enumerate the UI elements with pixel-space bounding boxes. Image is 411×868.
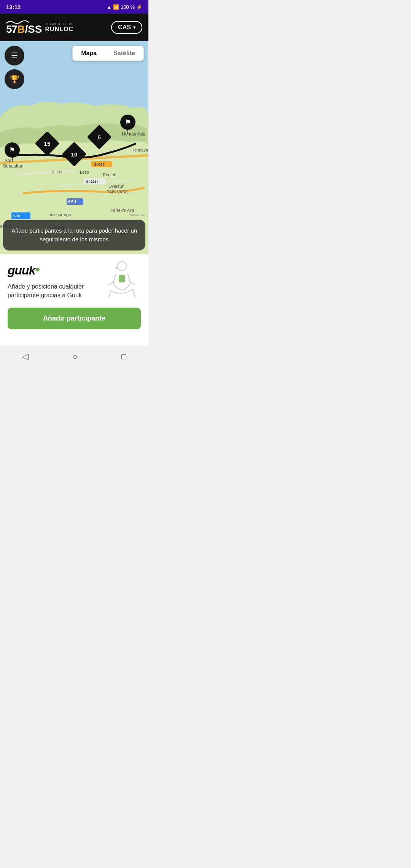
trophy-icon: 🏆	[10, 75, 19, 84]
recent-apps-button[interactable]: □	[115, 350, 132, 363]
add-participant-button[interactable]: Añadir participante	[8, 308, 141, 329]
bottom-nav: ◁ ○ □	[0, 346, 148, 367]
svg-text:Rentei...: Rentei...	[103, 172, 118, 177]
waypoint-10-marker: 10	[62, 142, 86, 166]
waypoint-10: 10	[65, 145, 83, 163]
chevron-down-icon: ▾	[133, 25, 135, 30]
guuk-logo: guuk	[8, 263, 103, 278]
svg-text:Sebastian: Sebastian	[3, 163, 23, 169]
svg-text:✦: ✦	[114, 265, 119, 271]
guuk-description: Añade y posiciona cualquier participante…	[8, 282, 103, 300]
wifi-icon: ▲	[107, 4, 112, 10]
panel-text: guuk Añade y posiciona cualquier partici…	[8, 263, 103, 307]
trophy-button[interactable]: 🏆	[5, 69, 24, 89]
battery-icon: ⚡	[136, 4, 142, 10]
svg-text:GI-636: GI-636	[94, 163, 105, 166]
waypoint-flag-end: ⚑	[120, 115, 135, 134]
waypoint-5-marker: 5	[87, 124, 112, 149]
flag-start-icon: ⚑	[5, 142, 20, 158]
brand-logo: 57 B /SS	[6, 19, 42, 35]
status-icons: ▲ 📶 100 % ⚡	[107, 4, 142, 10]
home-button[interactable]: ○	[66, 350, 83, 363]
guuk-dot	[36, 268, 40, 271]
waypoint-5: 5	[91, 128, 108, 146]
svg-text:NAVARRA: NAVARRA	[129, 213, 145, 217]
svg-text:Astigarraga: Astigarraga	[49, 212, 71, 217]
panel-illustration: ✦	[103, 260, 141, 308]
bottom-panel: guuk Añade y posiciona cualquier partici…	[0, 254, 148, 346]
waypoint-flag-start: ⚑	[5, 142, 20, 161]
powered-by-label: Powered by RUNLOC	[45, 22, 73, 33]
menu-icon: ☰	[11, 51, 18, 60]
svg-text:Hendaya: Hendaya	[131, 148, 148, 152]
menu-button[interactable]: ☰	[5, 46, 24, 65]
map-type-satelite-button[interactable]: Satélite	[105, 46, 143, 61]
battery-text: 100 %	[121, 4, 135, 10]
waypoint-15-marker: 15	[35, 131, 60, 156]
svg-text:Lezo: Lezo	[80, 170, 89, 174]
map-type-toggle[interactable]: Mapa Satélite	[72, 46, 144, 61]
svg-rect-28	[119, 275, 125, 282]
status-bar: 13:12 ▲ 📶 100 % ⚡	[0, 0, 148, 14]
logo-area: 57 B /SS Powered by RUNLOC	[6, 19, 73, 35]
cas-language-button[interactable]: CAS ▾	[111, 21, 142, 34]
svg-text:GI-2134: GI-2134	[86, 180, 99, 183]
svg-text:PAÍS VASC...: PAÍS VASC...	[107, 190, 132, 194]
svg-text:Oyarzun: Oyarzun	[108, 184, 124, 188]
svg-text:AP-1: AP-1	[68, 199, 76, 204]
mobile-data-icon: 📶	[113, 4, 119, 10]
waypoint-15: 15	[38, 135, 56, 152]
panel-inner: guuk Añade y posiciona cualquier partici…	[8, 263, 141, 308]
map-type-mapa-button[interactable]: Mapa	[73, 46, 105, 61]
map-overlay-message: Añade participantes a la ruta para poder…	[3, 220, 145, 251]
flag-end-icon: ⚑	[120, 115, 135, 130]
app-header: 57 B /SS Powered by RUNLOC CAS ▾	[0, 14, 148, 41]
illustration-svg: ✦	[103, 260, 141, 306]
status-time: 13:12	[6, 4, 21, 10]
svg-text:GI-636: GI-636	[52, 170, 62, 174]
back-button[interactable]: ◁	[16, 350, 35, 363]
svg-text:A-15: A-15	[13, 214, 20, 218]
left-controls: ☰ 🏆	[5, 46, 24, 89]
map-container[interactable]: Hondarribia Hendaya San Sebastian Lezo R…	[0, 41, 148, 254]
svg-text:Peña de Aya: Peña de Aya	[110, 208, 134, 212]
